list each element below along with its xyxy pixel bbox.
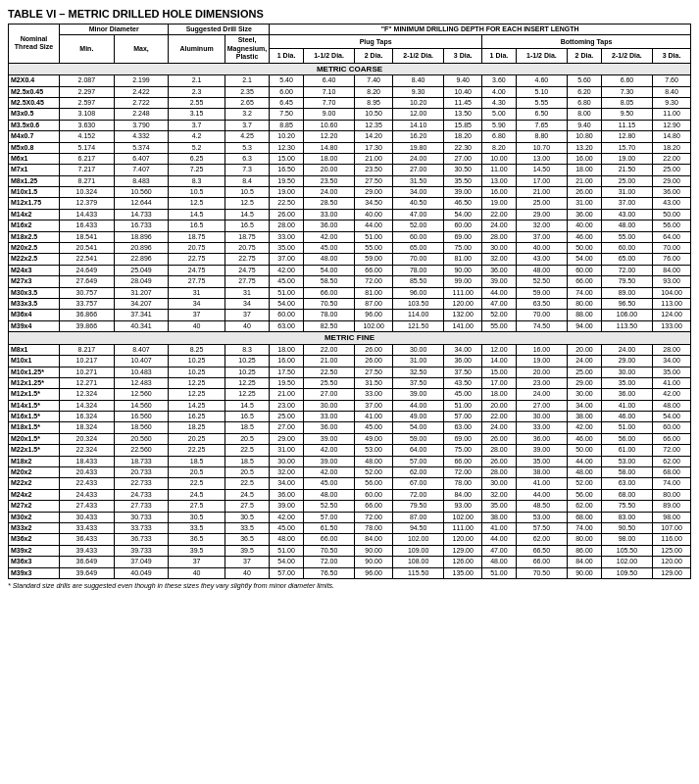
table-cell: 70.50 — [303, 545, 354, 556]
min-header: Min. — [60, 35, 115, 63]
table-cell: 64.00 — [392, 445, 443, 456]
table-cell: 133.00 — [653, 320, 691, 331]
table-cell: 22.5 — [169, 478, 225, 489]
table-cell: 14.80 — [653, 131, 691, 142]
coarse-table-row: M8x1.258.2718.4838.38.419.5023.5027.5031… — [9, 175, 691, 186]
table-cell: 28.049 — [114, 276, 169, 287]
table-cell: 60.00 — [653, 422, 691, 433]
table-cell: 70.00 — [392, 254, 443, 265]
table-cell: 58.00 — [601, 467, 652, 478]
coarse-table-row: M39x439.86640.341404063.0082.50102.00121… — [9, 320, 691, 331]
table-cell: 93.00 — [653, 276, 691, 287]
fine-section-header: METRIC FINE — [9, 332, 691, 345]
table-cell: 42.00 — [653, 389, 691, 400]
table-cell: 68.00 — [568, 512, 602, 522]
table-cell: 12.324 — [60, 389, 115, 400]
fine-table-row: M24x224.43324.73324.524.536.0048.0060.00… — [9, 489, 691, 500]
table-cell: 19.50 — [270, 175, 304, 186]
table-cell: 102.00 — [392, 534, 443, 545]
table-cell: 72.00 — [653, 445, 691, 456]
table-cell: 22.00 — [653, 153, 691, 164]
table-cell: 42.00 — [303, 231, 354, 242]
table-cell: 16.25 — [169, 412, 225, 422]
table-cell: 90.00 — [355, 545, 393, 556]
table-cell: 60.00 — [444, 220, 482, 231]
table-cell: 37.00 — [270, 254, 304, 265]
table-cell: 10.560 — [114, 187, 169, 198]
coarse-table-row: M36x436.86637.341373760.0078.0096.00114.… — [9, 310, 691, 320]
table-cell: 83.00 — [601, 512, 652, 522]
table-cell: 60.00 — [270, 310, 304, 320]
coarse-table-row: M27x327.64928.04927.7527.7545.0058.5072.… — [9, 276, 691, 287]
fine-table-row: M22x222.43322.73322.522.534.0045.0056.00… — [9, 478, 691, 489]
table-cell: 70.00 — [653, 243, 691, 254]
table-cell: 18.00 — [482, 389, 517, 400]
table-cell: 33.433 — [60, 522, 115, 533]
table-cell: 48.00 — [270, 534, 304, 545]
table-cell: 37 — [225, 557, 269, 567]
fine-table-row: M20x1.5*20.32420.56020.2520.529.0039.004… — [9, 433, 691, 444]
table-cell: M22x1.5* — [9, 445, 60, 456]
table-cell: 31.00 — [392, 356, 443, 367]
aluminum-header: Aluminum — [169, 35, 225, 63]
table-cell: 11.00 — [653, 109, 691, 120]
header-row-1: Nominal Thread Size Minor Diameter Sugge… — [9, 24, 691, 35]
table-cell: 14.5 — [225, 209, 269, 220]
table-cell: 34 — [169, 298, 225, 309]
table-cell: 33.00 — [516, 422, 567, 433]
table-cell: 8.4 — [225, 175, 269, 186]
minor-diameter-header: Minor Diameter — [60, 24, 169, 35]
table-cell: 31 — [169, 287, 225, 298]
table-cell: 39.00 — [516, 445, 567, 456]
table-cell: 102.00 — [355, 320, 393, 331]
table-cell: 40.50 — [392, 198, 443, 209]
table-cell: 13.20 — [568, 142, 602, 153]
table-cell: 24.733 — [114, 489, 169, 500]
table-cell: 6.60 — [601, 75, 652, 86]
table-cell: 35.00 — [601, 377, 652, 388]
table-cell: 31.207 — [114, 287, 169, 298]
table-cell: 23.00 — [270, 400, 304, 411]
table-cell: 34.207 — [114, 298, 169, 309]
table-cell: 10.80 — [568, 131, 602, 142]
table-cell: 2.422 — [114, 86, 169, 97]
table-cell: 109.00 — [392, 545, 443, 556]
table-cell: 12.560 — [114, 389, 169, 400]
table-cell: 80.00 — [653, 489, 691, 500]
table-cell: 98.00 — [601, 534, 652, 545]
table-cell: 26.00 — [270, 209, 304, 220]
table-cell: 79.50 — [601, 276, 652, 287]
table-cell: 14.733 — [114, 209, 169, 220]
table-cell: 120.00 — [653, 557, 691, 567]
table-cell: 30.00 — [482, 478, 517, 489]
table-cell: 7.70 — [303, 97, 354, 108]
table-cell: M3.5x0.6 — [9, 120, 60, 130]
table-cell: 68.00 — [601, 489, 652, 500]
table-cell: 33.00 — [355, 389, 393, 400]
table-cell: 5.174 — [60, 142, 115, 153]
table-cell: 23.50 — [303, 175, 354, 186]
table-cell: 90.00 — [444, 265, 482, 275]
table-cell: 3.7 — [225, 120, 269, 130]
table-cell: 90.00 — [568, 567, 602, 578]
table-cell: 19.80 — [392, 142, 443, 153]
table-cell: 30.00 — [392, 344, 443, 355]
table-cell: 66.00 — [303, 287, 354, 298]
table-cell: 54.00 — [653, 412, 691, 422]
table-cell: 26.00 — [355, 356, 393, 367]
footnote: * Standard size drills are suggested eve… — [8, 582, 691, 589]
table-cell: 60.00 — [355, 489, 393, 500]
table-cell: 7.60 — [653, 75, 691, 86]
table-cell: 8.20 — [355, 86, 393, 97]
table-cell: 121.50 — [392, 320, 443, 331]
table-cell: 4.30 — [482, 97, 517, 108]
table-cell: 17.00 — [516, 175, 567, 186]
table-cell: 10.483 — [114, 367, 169, 377]
fine-table-row: M12x1.5*12.32412.56012.2512.2521.0027.00… — [9, 389, 691, 400]
table-cell: 27.00 — [516, 400, 567, 411]
table-cell: 111.00 — [444, 522, 482, 533]
table-cell: 14.5 — [225, 400, 269, 411]
table-cell: 18.733 — [114, 456, 169, 466]
table-cell: M30x3.5 — [9, 287, 60, 298]
table-cell: 116.00 — [653, 534, 691, 545]
